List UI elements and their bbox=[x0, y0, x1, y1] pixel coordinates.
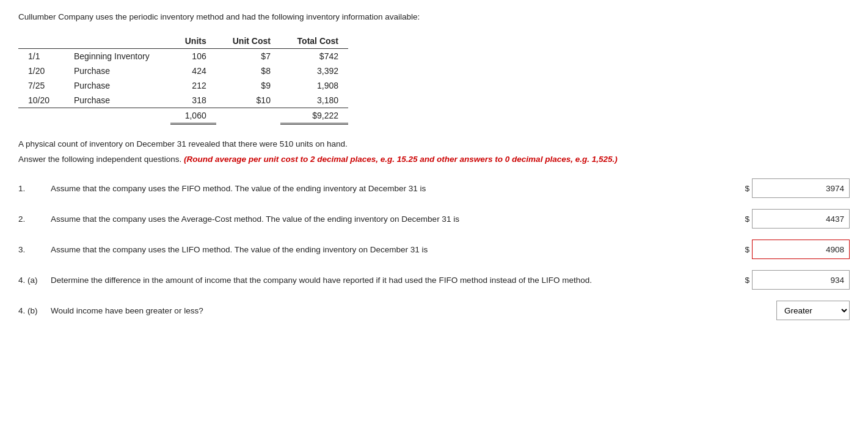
cell-units: 424 bbox=[170, 64, 216, 78]
table-row: 10/20 Purchase 318 $10 3,180 bbox=[18, 93, 348, 108]
question-text-4b: Would income have been greater or less? bbox=[51, 306, 771, 315]
cell-description: Purchase bbox=[64, 64, 170, 78]
answer-group: $ bbox=[745, 178, 850, 198]
cell-date: 1/1 bbox=[18, 49, 64, 64]
answer-group: $ bbox=[745, 240, 850, 259]
answer-input[interactable] bbox=[752, 178, 850, 198]
cell-unit-cost: $9 bbox=[216, 78, 280, 93]
total-total-cost: $9,222 bbox=[280, 108, 348, 124]
cell-units: 212 bbox=[170, 78, 216, 93]
question-row-4: 4. (a) Determine the difference in the a… bbox=[18, 270, 850, 290]
dollar-sign: $ bbox=[745, 245, 749, 254]
cell-total-cost: 3,180 bbox=[280, 93, 348, 108]
physical-count-text: A physical count of inventory on Decembe… bbox=[18, 139, 850, 148]
instruction-prefix: Answer the following independent questio… bbox=[18, 155, 184, 164]
cell-total-cost: $742 bbox=[280, 49, 348, 64]
total-label-date bbox=[18, 108, 64, 124]
col-header-date bbox=[18, 34, 64, 49]
col-header-description bbox=[64, 34, 170, 49]
cell-unit-cost: $10 bbox=[216, 93, 280, 108]
cell-units: 106 bbox=[170, 49, 216, 64]
cell-date: 7/25 bbox=[18, 78, 64, 93]
question-number: 3. bbox=[18, 245, 46, 254]
cell-total-cost: 3,392 bbox=[280, 64, 348, 78]
answer-input[interactable] bbox=[752, 209, 850, 229]
cell-date: 10/20 bbox=[18, 93, 64, 108]
total-units: 1,060 bbox=[170, 108, 216, 124]
dollar-sign: $ bbox=[745, 184, 749, 193]
col-header-total-cost: Total Cost bbox=[280, 34, 348, 49]
question-row-1: 1. Assume that the company uses the FIFO… bbox=[18, 178, 850, 198]
question-text: Assume that the company uses the Average… bbox=[51, 214, 740, 224]
cell-date: 1/20 bbox=[18, 64, 64, 78]
question-row-2: 2. Assume that the company uses the Aver… bbox=[18, 209, 850, 229]
question-number: 1. bbox=[18, 184, 46, 193]
questions-section: 1. Assume that the company uses the FIFO… bbox=[18, 178, 850, 320]
question-number: 4. (a) bbox=[18, 276, 46, 285]
dropdown-group: GreaterLess bbox=[776, 301, 850, 320]
answer-group: $ bbox=[745, 209, 850, 229]
answer-group: $ bbox=[745, 270, 850, 290]
total-unit-cost-empty bbox=[216, 108, 280, 124]
dollar-sign: $ bbox=[745, 214, 749, 224]
intro-text: Cullumber Company uses the periodic inve… bbox=[18, 12, 850, 21]
cell-total-cost: 1,908 bbox=[280, 78, 348, 93]
cell-description: Purchase bbox=[64, 93, 170, 108]
cell-unit-cost: $8 bbox=[216, 64, 280, 78]
table-row: 1/1 Beginning Inventory 106 $7 $742 bbox=[18, 49, 348, 64]
question-row-4b: 4. (b) Would income have been greater or… bbox=[18, 301, 850, 320]
cell-unit-cost: $7 bbox=[216, 49, 280, 64]
greater-less-select[interactable]: GreaterLess bbox=[776, 301, 850, 320]
question-number-4b: 4. (b) bbox=[18, 306, 46, 315]
question-text: Assume that the company uses the LIFO me… bbox=[51, 245, 740, 254]
col-header-unit-cost: Unit Cost bbox=[216, 34, 280, 49]
question-text: Determine the difference in the amount o… bbox=[51, 276, 740, 285]
table-row: 1/20 Purchase 424 $8 3,392 bbox=[18, 64, 348, 78]
cell-units: 318 bbox=[170, 93, 216, 108]
total-label-desc bbox=[64, 108, 170, 124]
total-row: 1,060 $9,222 bbox=[18, 108, 348, 124]
answer-input[interactable] bbox=[752, 270, 850, 290]
instruction-text: Answer the following independent questio… bbox=[18, 155, 850, 164]
answer-input[interactable] bbox=[752, 240, 850, 259]
dollar-sign: $ bbox=[745, 276, 749, 285]
col-header-units: Units bbox=[170, 34, 216, 49]
question-number: 2. bbox=[18, 214, 46, 224]
question-text: Assume that the company uses the FIFO me… bbox=[51, 184, 740, 193]
cell-description: Beginning Inventory bbox=[64, 49, 170, 64]
table-row: 7/25 Purchase 212 $9 1,908 bbox=[18, 78, 348, 93]
question-row-3: 3. Assume that the company uses the LIFO… bbox=[18, 240, 850, 259]
cell-description: Purchase bbox=[64, 78, 170, 93]
inventory-table: Units Unit Cost Total Cost 1/1 Beginning… bbox=[18, 34, 348, 125]
instruction-red-italic: (Round average per unit cost to 2 decima… bbox=[184, 155, 618, 164]
